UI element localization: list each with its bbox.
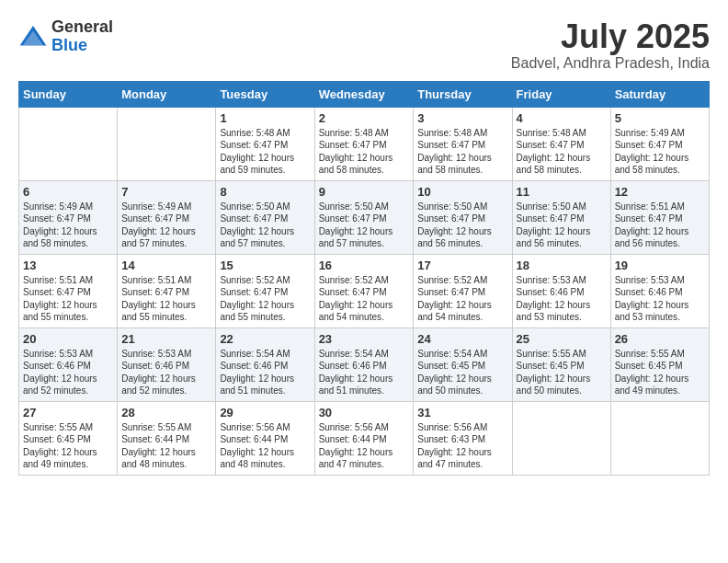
day-number: 2 [319, 111, 410, 125]
day-cell: 4Sunrise: 5:48 AM Sunset: 6:47 PM Daylig… [512, 107, 610, 180]
day-cell: 28Sunrise: 5:55 AM Sunset: 6:44 PM Dayli… [118, 401, 216, 475]
day-number: 10 [417, 185, 507, 199]
day-number: 28 [121, 406, 211, 419]
day-cell: 11Sunrise: 5:50 AM Sunset: 6:47 PM Dayli… [512, 180, 610, 254]
day-number: 3 [417, 111, 507, 125]
day-cell [19, 107, 118, 180]
day-number: 12 [615, 185, 705, 199]
day-number: 25 [517, 332, 607, 346]
logo-text: General Blue [51, 18, 113, 55]
calendar-table: SundayMondayTuesdayWednesdayThursdayFrid… [18, 81, 710, 476]
weekday-saturday: Saturday [610, 81, 709, 107]
day-info: Sunrise: 5:55 AM Sunset: 6:44 PM Dayligh… [121, 421, 211, 471]
day-cell: 1Sunrise: 5:48 AM Sunset: 6:47 PM Daylig… [216, 107, 314, 180]
day-cell: 17Sunrise: 5:52 AM Sunset: 6:47 PM Dayli… [414, 254, 512, 327]
day-info: Sunrise: 5:50 AM Sunset: 6:47 PM Dayligh… [517, 201, 607, 250]
day-cell: 12Sunrise: 5:51 AM Sunset: 6:47 PM Dayli… [610, 180, 709, 254]
day-cell: 25Sunrise: 5:55 AM Sunset: 6:45 PM Dayli… [512, 327, 610, 401]
week-row-2: 6Sunrise: 5:49 AM Sunset: 6:47 PM Daylig… [19, 180, 710, 254]
weekday-sunday: Sunday [19, 81, 118, 107]
month-title: July 2025 [511, 18, 710, 55]
day-info: Sunrise: 5:53 AM Sunset: 6:46 PM Dayligh… [615, 274, 705, 324]
day-number: 20 [23, 332, 113, 346]
day-cell: 2Sunrise: 5:48 AM Sunset: 6:47 PM Daylig… [314, 107, 414, 180]
day-cell: 22Sunrise: 5:54 AM Sunset: 6:46 PM Dayli… [216, 327, 314, 401]
day-cell [118, 107, 216, 180]
day-number: 29 [220, 406, 310, 419]
day-info: Sunrise: 5:53 AM Sunset: 6:46 PM Dayligh… [517, 274, 607, 324]
day-number: 27 [23, 406, 113, 419]
day-number: 7 [121, 185, 211, 199]
weekday-header-row: SundayMondayTuesdayWednesdayThursdayFrid… [19, 81, 710, 107]
title-block: July 2025 Badvel, Andhra Pradesh, India [511, 18, 710, 72]
day-cell: 26Sunrise: 5:55 AM Sunset: 6:45 PM Dayli… [610, 327, 709, 401]
day-cell: 24Sunrise: 5:54 AM Sunset: 6:45 PM Dayli… [414, 327, 512, 401]
day-number: 17 [417, 259, 507, 272]
logo-blue: Blue [51, 36, 87, 54]
weekday-friday: Friday [512, 81, 610, 107]
day-cell: 13Sunrise: 5:51 AM Sunset: 6:47 PM Dayli… [19, 254, 118, 327]
day-number: 6 [23, 185, 113, 199]
day-cell [610, 401, 709, 475]
weekday-monday: Monday [118, 81, 216, 107]
day-info: Sunrise: 5:48 AM Sunset: 6:47 PM Dayligh… [517, 127, 607, 177]
day-info: Sunrise: 5:49 AM Sunset: 6:47 PM Dayligh… [615, 127, 705, 177]
day-info: Sunrise: 5:53 AM Sunset: 6:46 PM Dayligh… [121, 348, 211, 397]
day-cell: 30Sunrise: 5:56 AM Sunset: 6:44 PM Dayli… [314, 401, 414, 475]
day-cell: 31Sunrise: 5:56 AM Sunset: 6:43 PM Dayli… [414, 401, 512, 475]
day-number: 1 [220, 111, 310, 125]
weekday-wednesday: Wednesday [314, 81, 414, 107]
day-number: 30 [319, 406, 410, 419]
page-header: General Blue July 2025 Badvel, Andhra Pr… [18, 18, 710, 72]
week-row-1: 1Sunrise: 5:48 AM Sunset: 6:47 PM Daylig… [19, 107, 710, 180]
day-cell: 21Sunrise: 5:53 AM Sunset: 6:46 PM Dayli… [118, 327, 216, 401]
day-info: Sunrise: 5:56 AM Sunset: 6:44 PM Dayligh… [220, 421, 310, 471]
logo: General Blue [18, 18, 113, 55]
day-number: 5 [615, 111, 705, 125]
day-cell: 20Sunrise: 5:53 AM Sunset: 6:46 PM Dayli… [19, 327, 118, 401]
week-row-4: 20Sunrise: 5:53 AM Sunset: 6:46 PM Dayli… [19, 327, 710, 401]
day-number: 11 [517, 185, 607, 199]
day-number: 16 [319, 259, 410, 272]
day-cell [512, 401, 610, 475]
day-info: Sunrise: 5:49 AM Sunset: 6:47 PM Dayligh… [121, 201, 211, 250]
day-cell: 10Sunrise: 5:50 AM Sunset: 6:47 PM Dayli… [414, 180, 512, 254]
day-info: Sunrise: 5:54 AM Sunset: 6:46 PM Dayligh… [220, 348, 310, 397]
day-number: 31 [417, 406, 507, 419]
day-cell: 19Sunrise: 5:53 AM Sunset: 6:46 PM Dayli… [610, 254, 709, 327]
day-info: Sunrise: 5:48 AM Sunset: 6:47 PM Dayligh… [319, 127, 410, 177]
week-row-3: 13Sunrise: 5:51 AM Sunset: 6:47 PM Dayli… [19, 254, 710, 327]
day-info: Sunrise: 5:50 AM Sunset: 6:47 PM Dayligh… [319, 201, 410, 250]
day-info: Sunrise: 5:55 AM Sunset: 6:45 PM Dayligh… [23, 421, 113, 471]
day-info: Sunrise: 5:52 AM Sunset: 6:47 PM Dayligh… [220, 274, 310, 324]
day-cell: 16Sunrise: 5:52 AM Sunset: 6:47 PM Dayli… [314, 254, 414, 327]
day-info: Sunrise: 5:50 AM Sunset: 6:47 PM Dayligh… [220, 201, 310, 250]
day-number: 8 [220, 185, 310, 199]
day-number: 22 [220, 332, 310, 346]
day-number: 21 [121, 332, 211, 346]
day-info: Sunrise: 5:55 AM Sunset: 6:45 PM Dayligh… [615, 348, 705, 397]
day-info: Sunrise: 5:51 AM Sunset: 6:47 PM Dayligh… [121, 274, 211, 324]
day-cell: 3Sunrise: 5:48 AM Sunset: 6:47 PM Daylig… [414, 107, 512, 180]
weekday-tuesday: Tuesday [216, 81, 314, 107]
location-title: Badvel, Andhra Pradesh, India [511, 55, 710, 72]
day-cell: 8Sunrise: 5:50 AM Sunset: 6:47 PM Daylig… [216, 180, 314, 254]
day-info: Sunrise: 5:56 AM Sunset: 6:43 PM Dayligh… [417, 421, 507, 471]
day-cell: 9Sunrise: 5:50 AM Sunset: 6:47 PM Daylig… [314, 180, 414, 254]
day-info: Sunrise: 5:49 AM Sunset: 6:47 PM Dayligh… [23, 201, 113, 250]
day-info: Sunrise: 5:50 AM Sunset: 6:47 PM Dayligh… [417, 201, 507, 250]
day-cell: 5Sunrise: 5:49 AM Sunset: 6:47 PM Daylig… [610, 107, 709, 180]
day-number: 26 [615, 332, 705, 346]
day-number: 15 [220, 259, 310, 272]
day-info: Sunrise: 5:54 AM Sunset: 6:45 PM Dayligh… [417, 348, 507, 397]
weekday-thursday: Thursday [414, 81, 512, 107]
day-cell: 29Sunrise: 5:56 AM Sunset: 6:44 PM Dayli… [216, 401, 314, 475]
day-cell: 7Sunrise: 5:49 AM Sunset: 6:47 PM Daylig… [118, 180, 216, 254]
day-cell: 18Sunrise: 5:53 AM Sunset: 6:46 PM Dayli… [512, 254, 610, 327]
day-info: Sunrise: 5:53 AM Sunset: 6:46 PM Dayligh… [23, 348, 113, 397]
day-cell: 15Sunrise: 5:52 AM Sunset: 6:47 PM Dayli… [216, 254, 314, 327]
day-cell: 14Sunrise: 5:51 AM Sunset: 6:47 PM Dayli… [118, 254, 216, 327]
day-info: Sunrise: 5:54 AM Sunset: 6:46 PM Dayligh… [319, 348, 410, 397]
day-info: Sunrise: 5:51 AM Sunset: 6:47 PM Dayligh… [23, 274, 113, 324]
day-number: 13 [23, 259, 113, 272]
